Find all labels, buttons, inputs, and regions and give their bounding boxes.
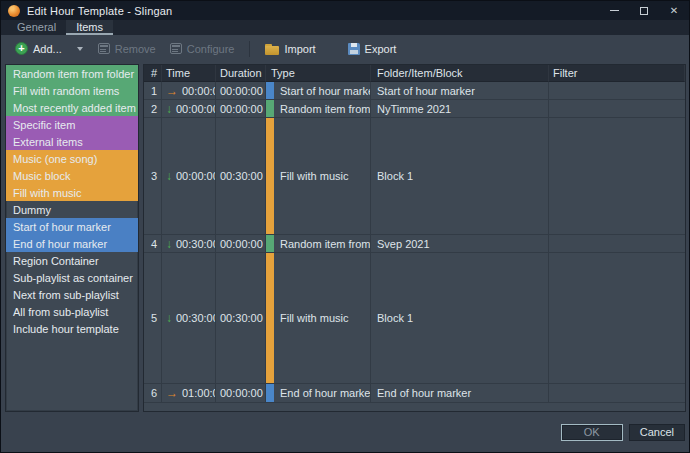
palette-item[interactable]: Random item from folder: [6, 65, 138, 82]
column-header-filter[interactable]: Filter: [549, 65, 685, 82]
type-label: Start of hour marker: [280, 85, 371, 97]
column-header-duration[interactable]: Duration: [216, 65, 266, 82]
minimize-button[interactable]: [599, 1, 629, 20]
palette-item[interactable]: Specific item: [6, 116, 138, 133]
type-color-bar-icon: [266, 253, 274, 383]
type-label: Random item from ...: [280, 103, 371, 115]
type-color-bar-icon: [266, 82, 274, 99]
row-folder: Block 1: [371, 253, 549, 384]
time-value: 01:00:00: [182, 387, 216, 399]
cancel-button[interactable]: Cancel: [629, 424, 685, 441]
export-button[interactable]: Export: [343, 40, 402, 58]
palette-item[interactable]: External items: [6, 133, 138, 150]
remove-button-label: Remove: [115, 43, 156, 55]
type-label: Random item from ...: [280, 238, 371, 250]
column-header-type[interactable]: Type: [266, 65, 371, 82]
maximize-button[interactable]: [629, 1, 659, 20]
toolbar-separator: [249, 41, 250, 57]
row-folder: NyTimme 2021: [371, 100, 549, 118]
row-duration: 00:00:00: [216, 82, 266, 100]
palette-item[interactable]: Next from sub-playlist: [6, 286, 138, 303]
row-filter: [549, 118, 685, 235]
content-area: Random item from folderFill with random …: [1, 62, 689, 412]
table-row[interactable]: 4 ↓ 00:30:00 00:00:00 Random item from .…: [144, 235, 685, 253]
type-label: End of hour marker: [280, 387, 371, 399]
time-arrow-icon: →: [166, 85, 178, 97]
palette-item[interactable]: Fill with music: [6, 184, 138, 201]
close-button[interactable]: ✕: [659, 1, 689, 20]
palette-item[interactable]: End of hour marker: [6, 235, 138, 252]
import-button[interactable]: Import: [260, 40, 320, 58]
minimize-icon: [610, 10, 619, 11]
table-row[interactable]: 5 ↓ 00:30:00 00:30:00 Fill with music Bl…: [144, 253, 685, 384]
tab-bar: General Items: [1, 20, 689, 35]
add-dropdown-chevron-icon[interactable]: [77, 47, 83, 51]
time-value: 00:30:00: [176, 312, 216, 324]
toolbar: + Add... Remove Configure Import Export: [1, 35, 689, 62]
add-button[interactable]: + Add...: [10, 39, 67, 58]
export-floppy-icon: [348, 43, 360, 55]
remove-icon: [98, 43, 110, 54]
palette-item[interactable]: Dummy: [6, 201, 138, 218]
table-row[interactable]: 3 ↓ 00:00:00 00:30:00 Fill with music Bl…: [144, 118, 685, 235]
row-time: ↓ 00:00:00: [162, 118, 216, 235]
row-folder: Block 1: [371, 118, 549, 235]
table-row[interactable]: 2 ↓ 00:00:00 00:00:00 Random item from .…: [144, 100, 685, 118]
time-value: 00:00:00: [176, 170, 216, 182]
row-type: Fill with music: [266, 118, 371, 235]
configure-button-label: Configure: [187, 43, 235, 55]
type-color-bar-icon: [266, 100, 274, 117]
row-filter: [549, 235, 685, 253]
time-value: 00:30:00: [176, 238, 216, 250]
row-filter: [549, 253, 685, 384]
row-duration: 00:30:00: [216, 118, 266, 235]
palette-item[interactable]: Music (one song): [6, 150, 138, 167]
row-folder: Svep 2021: [371, 235, 549, 253]
dialog-edit-hour-template: Edit Hour Template - Slingan ✕ General I…: [0, 0, 690, 453]
type-color-bar-icon: [266, 118, 274, 234]
palette-item[interactable]: Include hour template: [6, 320, 138, 337]
time-arrow-icon: →: [166, 387, 178, 399]
row-time: ↓ 00:30:00: [162, 235, 216, 253]
palette-item[interactable]: Fill with random items: [6, 82, 138, 99]
import-button-label: Import: [284, 43, 315, 55]
palette-item[interactable]: Most recently added item: [6, 99, 138, 116]
row-time: → 00:00:00: [162, 82, 216, 100]
type-color-bar-icon: [266, 384, 274, 402]
time-value: 00:00:00: [176, 103, 216, 115]
palette-item[interactable]: Start of hour marker: [6, 218, 138, 235]
row-duration: 00:00:00: [216, 235, 266, 253]
remove-button[interactable]: Remove: [93, 40, 161, 58]
item-type-palette: Random item from folderFill with random …: [5, 64, 139, 412]
palette-item[interactable]: Music block: [6, 167, 138, 184]
type-label: Fill with music: [280, 170, 348, 182]
items-table: # Time Duration Type Folder/Item/Block F…: [143, 64, 686, 412]
palette-item[interactable]: All from sub-playlist: [6, 303, 138, 320]
row-number: 3: [144, 118, 162, 235]
row-filter: [549, 100, 685, 118]
row-type: Start of hour marker: [266, 82, 371, 100]
column-header-time[interactable]: Time: [162, 65, 216, 82]
table-row[interactable]: 6 → 01:00:00 00:00:00 End of hour marker…: [144, 384, 685, 403]
row-filter: [549, 384, 685, 403]
tab-general[interactable]: General: [7, 20, 66, 35]
configure-button[interactable]: Configure: [165, 40, 240, 58]
column-header-folder[interactable]: Folder/Item/Block: [371, 65, 549, 82]
ok-button[interactable]: OK: [561, 424, 623, 441]
import-folder-icon: [265, 44, 279, 55]
window-controls: ✕: [599, 1, 689, 20]
palette-item[interactable]: Sub-playlist as container: [6, 269, 138, 286]
row-time: ↓ 00:00:00: [162, 100, 216, 118]
palette-item[interactable]: Region Container: [6, 252, 138, 269]
tab-items[interactable]: Items: [66, 20, 113, 35]
row-duration: 00:00:00: [216, 384, 266, 403]
column-header-num[interactable]: #: [144, 65, 162, 82]
time-arrow-icon: ↓: [166, 103, 172, 115]
add-plus-icon: +: [15, 42, 28, 55]
maximize-icon: [640, 7, 648, 15]
row-time: → 01:00:00: [162, 384, 216, 403]
table-row[interactable]: 1 → 00:00:00 00:00:00 Start of hour mark…: [144, 82, 685, 100]
table-header: # Time Duration Type Folder/Item/Block F…: [144, 65, 685, 82]
row-number: 6: [144, 384, 162, 403]
row-number: 2: [144, 100, 162, 118]
